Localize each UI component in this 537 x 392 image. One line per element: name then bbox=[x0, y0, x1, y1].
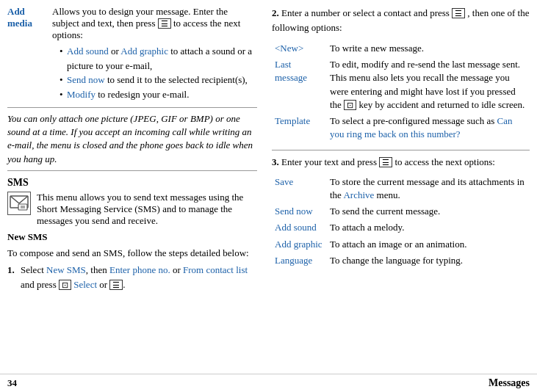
option-template-desc: To select a pre-configured message such … bbox=[327, 113, 530, 142]
modify-link: Modify bbox=[67, 89, 95, 100]
page-number: 34 bbox=[7, 377, 17, 389]
step3-intro: 3. Enter your text and press ☰ to access… bbox=[272, 155, 530, 170]
step2-key-icon: ☰ bbox=[452, 8, 465, 18]
svg-rect-1 bbox=[18, 204, 27, 210]
enter-phone-link: Enter phone no. bbox=[109, 264, 170, 275]
back-key-icon: ⊡ bbox=[344, 100, 356, 110]
divider bbox=[272, 150, 530, 150]
step3-options-table: Save To store the current message and it… bbox=[272, 174, 530, 269]
menu-key-icon: ☰ bbox=[158, 18, 171, 29]
new-sms-heading: New SMS bbox=[7, 231, 257, 243]
option-add-graphic-label: Add graphic bbox=[272, 236, 327, 253]
step3-num: 3. bbox=[272, 156, 279, 167]
step1-num: 1. bbox=[7, 263, 18, 291]
add-media-body: Allows you to design your message. Enter… bbox=[52, 6, 257, 101]
bullet-item-2: Send now to send it to the selected reci… bbox=[60, 73, 257, 87]
step1: 1. Select New SMS, then Enter phone no. … bbox=[7, 263, 257, 291]
new-sms-intro: To compose and send an SMS, follow the s… bbox=[7, 246, 257, 261]
option-add-sound-desc: To attach a melody. bbox=[327, 219, 530, 236]
option-new: <New> To write a new message. bbox=[272, 40, 530, 57]
option-new-label: <New> bbox=[272, 40, 327, 57]
step2-intro: 2. Enter a number or select a contact an… bbox=[272, 6, 530, 35]
from-contact-link: From contact list bbox=[183, 264, 248, 275]
option-new-desc: To write a new message. bbox=[327, 40, 530, 57]
option-language-desc: To change the language for typing. bbox=[327, 253, 530, 269]
option-last-label: Lastmessage bbox=[272, 57, 327, 113]
footer: 34 Messages bbox=[0, 374, 537, 392]
sms-envelope-icon bbox=[10, 194, 29, 213]
option-save-desc: To store the current message and its att… bbox=[327, 174, 530, 203]
step1-body: Select New SMS, then Enter phone no. or … bbox=[21, 263, 257, 291]
sms-body-text: This menu allows you to send text messag… bbox=[37, 192, 257, 227]
option-language: Language To change the language for typi… bbox=[272, 253, 530, 269]
option-save-label: Save bbox=[272, 174, 327, 203]
option-last-message: Lastmessage To edit, modify and re-send … bbox=[272, 57, 530, 113]
option-save: Save To store the current message and it… bbox=[272, 174, 530, 203]
sms-heading: SMS bbox=[7, 177, 257, 189]
add-media-label: Add media bbox=[7, 6, 48, 101]
option-add-graphic: Add graphic To attach an image or an ani… bbox=[272, 236, 530, 253]
ok-key-icon: ☰ bbox=[109, 280, 123, 290]
left-column: Add media Allows you to design your mess… bbox=[7, 6, 257, 368]
option-send-now-desc: To send the current message. bbox=[327, 203, 530, 219]
option-language-label: Language bbox=[272, 253, 327, 269]
bullet-list: Add sound or Add graphic to attach a sou… bbox=[52, 44, 257, 101]
step2-num: 2. bbox=[272, 7, 279, 18]
italic-notice: You can only attach one picture (JPEG, G… bbox=[7, 107, 257, 171]
add-media-text: Allows you to design your message. Enter… bbox=[52, 6, 240, 40]
sms-intro: This menu allows you to send text messag… bbox=[7, 192, 257, 227]
page: Add media Allows you to design your mess… bbox=[0, 0, 537, 392]
option-last-desc: To edit, modify and re-send the last mes… bbox=[327, 57, 530, 113]
option-template-label: Template bbox=[272, 113, 327, 142]
sms-icon bbox=[7, 192, 31, 215]
bullet-item-1: Add sound or Add graphic to attach a sou… bbox=[60, 44, 257, 73]
select-key-icon: ⊡ bbox=[59, 280, 71, 290]
option-send-now-label: Send now bbox=[272, 203, 327, 219]
bullet-item-3: Modify to redesign your e-mail. bbox=[60, 87, 257, 102]
option-add-sound: Add sound To attach a melody. bbox=[272, 219, 530, 236]
archive-link: Archive bbox=[343, 189, 374, 200]
add-media-section: Add media Allows you to design your mess… bbox=[7, 6, 257, 101]
option-add-graphic-desc: To attach an image or an animation. bbox=[327, 236, 530, 253]
select-link: Select bbox=[73, 279, 97, 290]
template-example-link: Can you ring me back on this number? bbox=[330, 115, 513, 139]
step2-options-table: <New> To write a new message. Lastmessag… bbox=[272, 40, 530, 142]
content-area: Add media Allows you to design your mess… bbox=[0, 0, 537, 374]
new-sms-link: New SMS bbox=[46, 264, 86, 275]
footer-title: Messages bbox=[489, 377, 530, 389]
option-send-now: Send now To send the current message. bbox=[272, 203, 530, 219]
option-add-sound-label: Add sound bbox=[272, 219, 327, 236]
add-sound-link: Add sound bbox=[67, 46, 109, 57]
right-column: 2. Enter a number or select a contact an… bbox=[272, 6, 530, 368]
send-now-link-left: Send now bbox=[67, 74, 105, 85]
option-template: Template To select a pre-configured mess… bbox=[272, 113, 530, 142]
add-graphic-link: Add graphic bbox=[120, 46, 168, 57]
step3-key-icon: ☰ bbox=[379, 157, 392, 167]
